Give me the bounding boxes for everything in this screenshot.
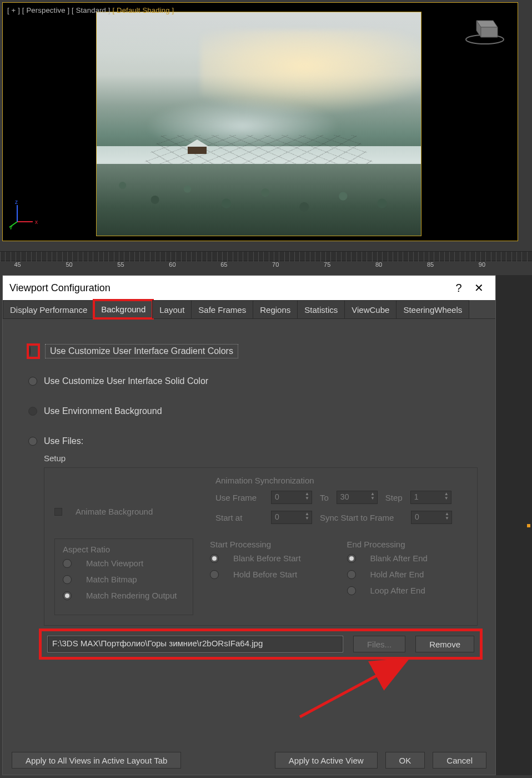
svg-text:z: z xyxy=(15,199,18,205)
radio-env-label: Use Environment Background xyxy=(44,406,162,416)
timeline-labels: 45 50 55 60 65 70 75 80 85 90 xyxy=(0,261,532,269)
radio-env-row[interactable]: Use Environment Background xyxy=(28,403,478,419)
start-hold-radio xyxy=(210,570,219,579)
start-processing-group: Start Processing Blank Before Start Hold… xyxy=(210,540,330,615)
orange-marker-icon xyxy=(527,524,530,527)
aspect-ratio-group: Aspect Ratio Match Viewport Match Bitmap… xyxy=(54,538,193,615)
animate-bg-row: Animate Background xyxy=(54,507,193,516)
use-frame-row: Use Frame 0▲▼ To 30▲▼ Step 1▲▼ xyxy=(215,491,467,504)
dialog-tabs: Display Performance Background Layout Sa… xyxy=(3,300,495,319)
end-blank-radio xyxy=(347,554,356,563)
viewport-menu-perspective[interactable]: [ Perspective ] xyxy=(22,6,69,14)
dialog-button-bar: Apply to All Views in Active Layout Tab … xyxy=(3,746,495,775)
use-frame-label: Use Frame xyxy=(215,493,263,502)
tab-steeringwheels[interactable]: SteeringWheels xyxy=(396,300,469,318)
radio-gradient-label: Use Customize User Interface Gradient Co… xyxy=(45,344,238,358)
animate-bg-checkbox xyxy=(54,508,62,516)
setup-group: Animate Background Animation Synchroniza… xyxy=(44,467,478,626)
radio-files-label: Use Files: xyxy=(44,436,83,446)
to-spinner: 30▲▼ xyxy=(337,491,378,504)
file-bar: F:\3DS MAX\Портфолио\Горы зимние\r2bORsI… xyxy=(44,634,478,655)
end-loop-radio xyxy=(347,586,356,595)
radio-solid-label: Use Customize User Interface Solid Color xyxy=(44,376,208,386)
end-processing-group: End Processing Blank After End Hold Afte… xyxy=(347,540,468,615)
timeline[interactable]: 45 50 55 60 65 70 75 80 85 90 xyxy=(0,249,532,269)
aspect-title: Aspect Ratio xyxy=(63,545,185,554)
radio-files[interactable] xyxy=(28,437,37,446)
step-label: Step xyxy=(385,493,403,502)
radio-env[interactable] xyxy=(28,407,37,416)
viewport-background-image xyxy=(96,12,421,236)
close-button[interactable]: ✕ xyxy=(469,278,489,298)
start-at-label: Start at xyxy=(215,513,263,522)
file-path-input[interactable]: F:\3DS MAX\Портфолио\Горы зимние\r2bORsI… xyxy=(47,636,343,652)
apply-all-button[interactable]: Apply to All Views in Active Layout Tab xyxy=(12,752,181,769)
aspect-render-radio xyxy=(63,591,72,600)
timeline-track[interactable] xyxy=(0,251,532,261)
viewport-menu-shading[interactable]: [ Default Shading ] xyxy=(112,6,174,14)
radio-files-row[interactable]: Use Files: xyxy=(28,433,478,449)
dialog-titlebar[interactable]: Viewport Configuration ? ✕ xyxy=(3,276,495,300)
help-button[interactable]: ? xyxy=(449,278,469,298)
aspect-viewport-radio xyxy=(63,559,72,568)
aspect-bitmap-label: Match Bitmap xyxy=(86,575,137,584)
start-proc-title: Start Processing xyxy=(210,540,330,549)
right-dark-strip xyxy=(496,275,532,775)
svg-text:x: x xyxy=(35,219,38,225)
tab-statistics[interactable]: Statistics xyxy=(297,300,345,318)
sync-start-spinner: 0▲▼ xyxy=(411,511,452,524)
radio-gradient-row[interactable]: Use Customize User Interface Gradient Co… xyxy=(28,343,478,359)
viewport-menu-plus[interactable]: [ + ] xyxy=(7,6,20,14)
svg-text:y: y xyxy=(9,225,12,230)
cabin-geometry xyxy=(184,139,210,154)
aspect-viewport-label: Match Viewport xyxy=(86,558,143,568)
start-blank-radio xyxy=(210,554,219,563)
dialog-title: Viewport Configuration xyxy=(9,282,111,294)
axis-gizmo-icon[interactable]: x z y xyxy=(9,198,41,230)
to-label: To xyxy=(320,493,329,502)
svg-line-11 xyxy=(300,660,405,717)
viewport-labels[interactable]: [ + ] [ Perspective ] [ Standard ] [ Def… xyxy=(7,6,174,14)
end-hold-radio xyxy=(347,570,356,579)
radio-solid[interactable] xyxy=(28,377,37,386)
tab-safe-frames[interactable]: Safe Frames xyxy=(191,300,253,318)
files-button[interactable]: Files... xyxy=(353,636,405,652)
annotation-arrow-icon xyxy=(267,656,422,722)
end-proc-title: End Processing xyxy=(347,540,468,549)
use-frame-spinner: 0▲▼ xyxy=(271,491,312,504)
tab-background[interactable]: Background xyxy=(94,300,153,318)
aspect-bitmap-radio xyxy=(63,575,72,584)
tab-viewcube[interactable]: ViewCube xyxy=(344,300,397,318)
apply-active-button[interactable]: Apply to Active View xyxy=(275,752,378,769)
svg-marker-9 xyxy=(481,27,498,37)
tab-layout[interactable]: Layout xyxy=(152,300,192,318)
start-hold-label: Hold Before Start xyxy=(233,570,297,579)
cancel-button[interactable]: Cancel xyxy=(433,752,486,769)
animate-bg-label: Animate Background xyxy=(76,507,153,516)
tab-regions[interactable]: Regions xyxy=(253,300,298,318)
viewcube-icon[interactable] xyxy=(460,11,510,46)
radio-gradient[interactable] xyxy=(29,346,31,356)
end-blank-label: Blank After End xyxy=(370,553,428,563)
end-loop-label: Loop After End xyxy=(370,586,425,595)
viewport-menu-standard[interactable]: [ Standard ] xyxy=(72,6,111,14)
radio-solid-row[interactable]: Use Customize User Interface Solid Color xyxy=(28,373,478,389)
start-at-spinner: 0▲▼ xyxy=(271,511,312,524)
sync-start-label: Sync Start to Frame xyxy=(320,513,403,522)
ok-button[interactable]: OK xyxy=(385,752,425,769)
aspect-render-label: Match Rendering Output xyxy=(86,591,177,600)
start-at-row: Start at 0▲▼ Sync Start to Frame 0▲▼ xyxy=(215,511,467,524)
viewport-area: [ + ] [ Perspective ] [ Standard ] [ Def… xyxy=(0,0,532,243)
remove-button[interactable]: Remove xyxy=(415,636,474,652)
end-hold-label: Hold After End xyxy=(370,570,424,579)
anim-sync-title: Animation Synchronization xyxy=(215,476,467,485)
viewport[interactable]: [ + ] [ Perspective ] [ Standard ] [ Def… xyxy=(2,2,518,241)
tab-display-performance[interactable]: Display Performance xyxy=(3,300,94,318)
start-blank-label: Blank Before Start xyxy=(233,553,301,563)
step-spinner: 1▲▼ xyxy=(410,491,451,504)
setup-label: Setup xyxy=(44,453,478,463)
